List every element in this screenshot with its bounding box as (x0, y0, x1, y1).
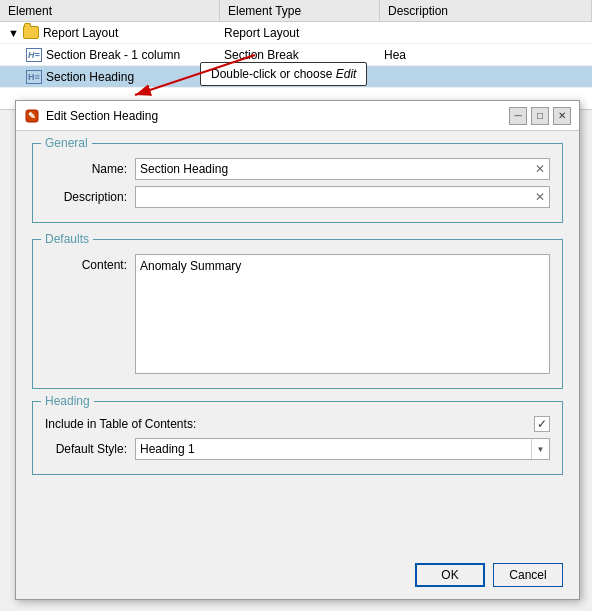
tree-cell-element: ▼ Report Layout (0, 22, 220, 43)
description-clear-button[interactable]: ✕ (531, 188, 549, 206)
section-break-icon: H= (26, 48, 42, 62)
dialog-footer: OK Cancel (415, 563, 563, 587)
toc-checkbox[interactable]: ✓ (534, 416, 550, 432)
section-heading-icon: H≡ (26, 70, 42, 84)
col-header-element: Element (0, 0, 220, 21)
name-input[interactable] (136, 160, 531, 178)
minimize-button[interactable]: ─ (509, 107, 527, 125)
heading-legend: Heading (41, 394, 94, 408)
general-legend: General (41, 136, 92, 150)
table-row[interactable]: ▼ Report Layout Report Layout (0, 22, 592, 44)
tree-cell-desc: Hea (380, 44, 592, 65)
edit-section-heading-dialog: ✎ Edit Section Heading ─ □ ✕ General Nam… (15, 100, 580, 600)
ok-button[interactable]: OK (415, 563, 485, 587)
tree-cell-type: Report Layout (220, 22, 380, 43)
tree-row-label: Section Break - 1 column (46, 48, 180, 62)
tree-cell-desc (380, 66, 592, 87)
general-section: General Name: ✕ Description: ✕ (32, 143, 563, 223)
tree-panel: Element Element Type Description ▼ Repor… (0, 0, 592, 110)
col-header-type: Element Type (220, 0, 380, 21)
defaults-legend: Defaults (41, 232, 93, 246)
dialog-body: General Name: ✕ Description: ✕ Defaults (16, 131, 579, 499)
dialog-title: Edit Section Heading (46, 109, 509, 123)
name-row: Name: ✕ (45, 158, 550, 180)
col-header-desc: Description (380, 0, 592, 21)
description-row: Description: ✕ (45, 186, 550, 208)
dialog-window-controls: ─ □ ✕ (509, 107, 571, 125)
content-label: Content: (45, 254, 135, 272)
annotation-italic: Edit (336, 67, 357, 81)
defaults-section: Defaults Content: Anomaly Summary (32, 239, 563, 389)
checkbox-checkmark: ✓ (537, 417, 547, 431)
tree-cell-element: H≡ Section Heading (0, 66, 220, 87)
close-button[interactable]: ✕ (553, 107, 571, 125)
annotation-box: Double-click or choose Edit (200, 62, 367, 86)
description-label: Description: (45, 190, 135, 204)
toc-row: Include in Table of Contents: ✓ (45, 416, 550, 432)
style-dropdown-value: Heading 1 (136, 440, 531, 458)
annotation-text: Double-click or choose (211, 67, 336, 81)
tree-row-label: Section Heading (46, 70, 134, 84)
content-textarea[interactable]: Anomaly Summary (135, 254, 550, 374)
tree-header: Element Element Type Description (0, 0, 592, 22)
style-label: Default Style: (45, 442, 135, 456)
name-label: Name: (45, 162, 135, 176)
description-input[interactable] (136, 188, 531, 206)
content-row: Content: Anomaly Summary (45, 254, 550, 374)
name-input-wrapper[interactable]: ✕ (135, 158, 550, 180)
chevron-down-icon: ▼ (531, 439, 549, 459)
description-input-wrapper[interactable]: ✕ (135, 186, 550, 208)
heading-section: Heading Include in Table of Contents: ✓ … (32, 401, 563, 475)
cancel-button[interactable]: Cancel (493, 563, 563, 587)
toc-label: Include in Table of Contents: (45, 417, 534, 431)
style-row: Default Style: Heading 1 ▼ (45, 438, 550, 460)
tree-cell-desc (380, 22, 592, 43)
folder-icon (23, 26, 39, 39)
name-clear-button[interactable]: ✕ (531, 160, 549, 178)
style-dropdown[interactable]: Heading 1 ▼ (135, 438, 550, 460)
svg-text:✎: ✎ (28, 111, 36, 121)
dialog-titlebar: ✎ Edit Section Heading ─ □ ✕ (16, 101, 579, 131)
tree-cell-element: H= Section Break - 1 column (0, 44, 220, 65)
maximize-button[interactable]: □ (531, 107, 549, 125)
dialog-title-icon: ✎ (24, 108, 40, 124)
tree-row-label: Report Layout (43, 26, 118, 40)
